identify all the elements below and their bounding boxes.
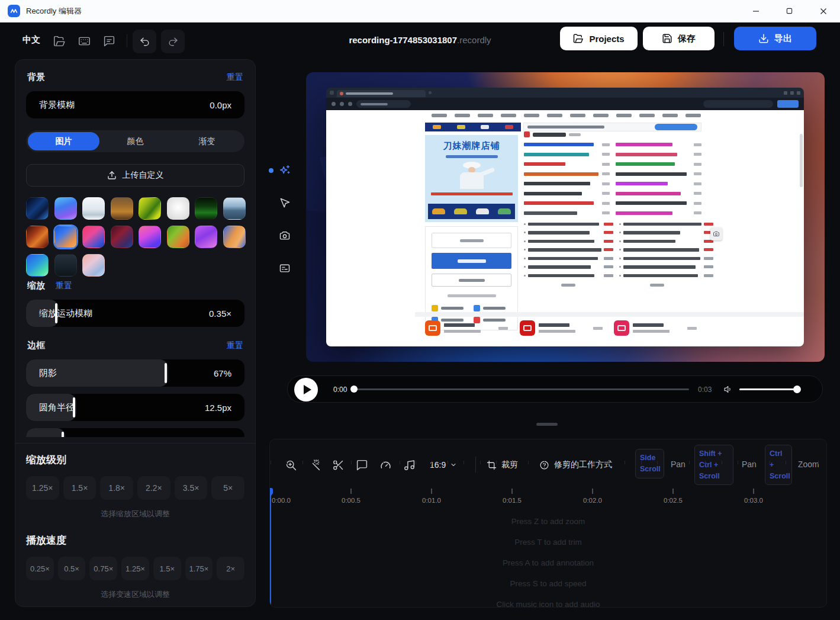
playhead[interactable] xyxy=(270,489,271,607)
partial-handle[interactable] xyxy=(62,432,64,437)
maximize-button[interactable] xyxy=(773,0,806,22)
seek-handle[interactable] xyxy=(350,386,358,393)
wallpaper-thumbnail[interactable] xyxy=(26,226,49,248)
wallpaper-thumbnail[interactable] xyxy=(139,226,161,248)
wallpaper-thumbnail[interactable] xyxy=(223,197,246,220)
corner-radius-slider[interactable]: 圆角半径 12.5px xyxy=(26,394,244,421)
seek-bar[interactable] xyxy=(352,388,689,390)
decor xyxy=(459,279,485,282)
cursor-tool-icon[interactable] xyxy=(275,193,295,213)
feedback-chat-icon[interactable] xyxy=(101,33,117,49)
speed-option[interactable]: 1.25× xyxy=(121,557,149,580)
ad-tag xyxy=(694,153,701,156)
zoom-level-option[interactable]: 2.2× xyxy=(137,476,170,500)
wallpaper-thumbnail[interactable] xyxy=(82,226,105,248)
minimize-button[interactable] xyxy=(739,0,773,22)
trim-help-button[interactable]: 修剪的工作方式 xyxy=(539,457,612,473)
shadow-slider[interactable]: 阴影 67% xyxy=(26,359,244,387)
background-tab[interactable]: 颜色 xyxy=(99,132,171,150)
page-scrollbar[interactable] xyxy=(800,134,803,187)
motion-blur-slider[interactable]: 缩放运动模糊 0.35× xyxy=(26,300,244,327)
wallpaper-thumbnail[interactable] xyxy=(223,226,246,248)
article-row xyxy=(524,265,613,269)
wallpaper-thumbnail[interactable] xyxy=(82,254,105,277)
wallpaper-thumbnail[interactable] xyxy=(54,226,77,248)
decor xyxy=(478,114,493,117)
speed-option[interactable]: 2× xyxy=(217,557,244,580)
play-button[interactable] xyxy=(294,378,318,401)
decor-rh1 xyxy=(524,131,530,137)
volume-icon[interactable] xyxy=(723,384,733,394)
wallpaper-thumbnail[interactable] xyxy=(139,197,161,220)
speed-option[interactable]: 0.75× xyxy=(89,557,117,580)
wallpaper-thumbnail[interactable] xyxy=(167,226,189,248)
zoom-reset-link[interactable]: 重置 xyxy=(56,281,72,291)
camera-tool-icon[interactable] xyxy=(275,226,295,246)
ai-effects-icon[interactable] xyxy=(275,160,295,181)
wallpaper-thumbnail[interactable] xyxy=(167,197,189,220)
zoom-level-option[interactable]: 1.8× xyxy=(100,476,133,500)
zoom-level-option[interactable]: 1.5× xyxy=(63,476,96,500)
shadow-handle[interactable] xyxy=(165,363,167,383)
wallpaper-thumbnail[interactable] xyxy=(111,226,133,248)
magic-wand-icon[interactable] xyxy=(307,457,322,473)
decor-t1 xyxy=(539,323,569,327)
zoom-level-option[interactable]: 5× xyxy=(211,476,244,500)
open-folder-icon[interactable] xyxy=(52,33,67,49)
export-label: 导出 xyxy=(774,33,792,44)
background-tab[interactable]: 渐变 xyxy=(171,132,243,150)
playhead-marker[interactable] xyxy=(269,488,273,497)
speed-option[interactable]: 0.25× xyxy=(26,557,54,580)
volume-handle[interactable] xyxy=(793,386,801,393)
partial-slider[interactable] xyxy=(26,428,244,437)
music-icon[interactable] xyxy=(401,457,417,473)
decor xyxy=(279,230,291,242)
upload-custom-button[interactable]: 上传自定义 xyxy=(26,164,244,187)
timeline-ruler[interactable]: 0:00.0 0:00.5 0:01.0 0:01.5 xyxy=(270,489,826,513)
wallpaper-thumbnail[interactable] xyxy=(111,197,133,220)
aspect-ratio-dropdown[interactable]: 16:9 xyxy=(430,457,457,473)
volume-slider[interactable] xyxy=(739,388,797,390)
caption-tool-icon[interactable] xyxy=(275,258,295,278)
wallpaper-thumbnail[interactable] xyxy=(82,197,105,220)
panel-drag-handle[interactable] xyxy=(536,423,558,426)
speed-option[interactable]: 0.5× xyxy=(58,557,86,580)
hot-link-bar xyxy=(524,162,565,166)
projects-button[interactable]: Projects xyxy=(560,27,638,50)
export-button[interactable]: 导出 xyxy=(734,27,816,50)
background-tab[interactable]: 图片 xyxy=(28,132,99,150)
wallpaper-thumbnail[interactable] xyxy=(195,197,217,220)
zoom-level-option[interactable]: 1.25× xyxy=(26,476,59,500)
section-separator xyxy=(415,312,804,317)
close-button[interactable] xyxy=(806,0,840,22)
scissors-icon[interactable] xyxy=(330,457,346,473)
article-title-bar xyxy=(623,274,698,278)
border-reset-link[interactable]: 重置 xyxy=(227,340,243,351)
zoom-level-option[interactable]: 3.5× xyxy=(175,476,208,500)
undo-button[interactable] xyxy=(133,30,156,53)
wallpaper-thumbnail[interactable] xyxy=(54,197,77,220)
wallpaper-thumbnail[interactable] xyxy=(195,226,217,248)
crop-button[interactable]: 裁剪 xyxy=(487,457,518,473)
save-button[interactable]: 保存 xyxy=(643,27,715,50)
speed-option[interactable]: 1.75× xyxy=(185,557,213,580)
language-switcher[interactable]: 中文 xyxy=(22,34,40,46)
speed-option[interactable]: 1.5× xyxy=(153,557,181,580)
timeline-zoom-icon[interactable] xyxy=(283,457,298,473)
redo-button[interactable] xyxy=(161,30,185,53)
browser-action-button xyxy=(777,100,799,108)
background-reset-link[interactable]: 重置 xyxy=(227,72,243,83)
decor xyxy=(481,125,489,129)
annotation-icon[interactable] xyxy=(354,457,369,473)
wallpaper-thumbnail[interactable] xyxy=(26,254,49,277)
keyboard-icon[interactable] xyxy=(76,33,92,49)
wallpaper-thumbnail[interactable] xyxy=(26,197,49,220)
shoe-banner xyxy=(428,204,515,219)
wallpaper-thumbnail[interactable] xyxy=(54,254,77,277)
video-preview-canvas[interactable]: 刀妹潮牌店铺 xyxy=(306,72,825,362)
timeline-hint: Click music icon to add audio xyxy=(270,600,826,608)
speed-gauge-icon[interactable] xyxy=(378,457,393,473)
background-blur-slider[interactable]: 背景模糊 0.0px xyxy=(26,91,244,118)
article-date xyxy=(704,274,713,277)
ad-tag xyxy=(694,202,701,205)
